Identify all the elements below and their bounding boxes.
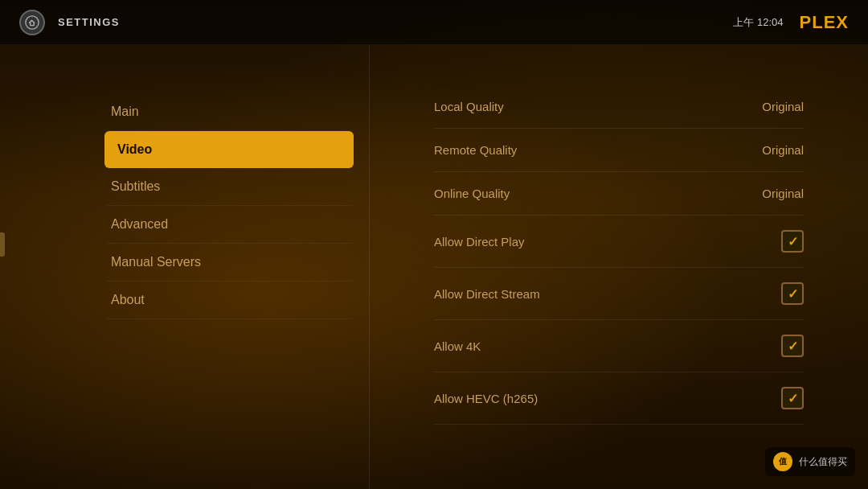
header: SETTINGS 上午 12:04 PLEX — [0, 0, 868, 45]
sidebar-item-main[interactable]: Main — [104, 93, 354, 131]
header-time: 上午 12:04 — [733, 15, 783, 30]
sidebar-item-about[interactable]: About — [104, 281, 354, 319]
main-content: Main Video Subtitles Advanced Manual Ser… — [0, 45, 868, 489]
sidebar-item-subtitles[interactable]: Subtitles — [104, 168, 354, 206]
sidebar-item-advanced[interactable]: Advanced — [104, 206, 354, 244]
page-title: SETTINGS — [58, 16, 120, 28]
setting-allow-direct-stream[interactable]: Allow Direct Stream — [434, 268, 804, 320]
header-left: SETTINGS — [19, 10, 120, 35]
checkbox-allow-direct-stream[interactable] — [781, 282, 804, 305]
setting-allow-direct-play[interactable]: Allow Direct Play — [434, 216, 804, 268]
watermark: 值 什么值得买 — [765, 447, 855, 476]
setting-allow-4k[interactable]: Allow 4K — [434, 320, 804, 372]
setting-local-quality[interactable]: Local Quality Original — [434, 85, 804, 129]
watermark-badge: 值 — [773, 452, 792, 471]
svg-point-0 — [26, 15, 39, 28]
setting-remote-quality[interactable]: Remote Quality Original — [434, 129, 804, 172]
setting-online-quality[interactable]: Online Quality Original — [434, 172, 804, 216]
watermark-text: 什么值得买 — [799, 455, 847, 469]
sidebar-item-video[interactable]: Video — [104, 131, 354, 168]
home-icon[interactable] — [19, 10, 45, 35]
sidebar: Main Video Subtitles Advanced Manual Ser… — [0, 45, 370, 489]
setting-allow-hevc[interactable]: Allow HEVC (h265) — [434, 372, 804, 425]
plex-logo: PLEX — [800, 12, 849, 33]
checkbox-allow-4k[interactable] — [781, 335, 804, 357]
sidebar-item-manual-servers[interactable]: Manual Servers — [104, 244, 354, 281]
header-right: 上午 12:04 PLEX — [733, 12, 849, 33]
checkbox-allow-direct-play[interactable] — [781, 230, 804, 253]
checkbox-allow-hevc[interactable] — [781, 387, 804, 409]
content-panel: Local Quality Original Remote Quality Or… — [370, 45, 868, 489]
left-edge-indicator — [0, 232, 5, 257]
